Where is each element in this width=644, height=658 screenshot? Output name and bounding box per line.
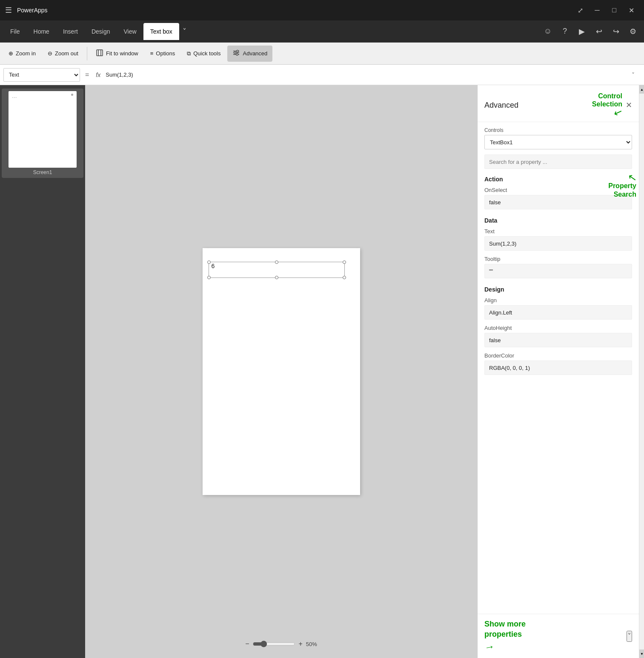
fit-to-window-button[interactable]: Fit to window [91, 46, 143, 62]
menu-design[interactable]: Design [85, 23, 117, 40]
handle-tc[interactable] [275, 260, 278, 264]
svg-point-4 [237, 50, 238, 52]
show-more-area: Show moreproperties → ˅ [478, 614, 639, 658]
window-controls: ⤢ ─ □ ✕ [572, 3, 639, 18]
advanced-panel-header: Advanced ControlSelection ↙ ✕ [478, 85, 639, 122]
svg-point-6 [236, 54, 238, 55]
menu-file[interactable]: File [3, 23, 27, 40]
screen-preview-1: ··· [9, 91, 77, 168]
advanced-panel-body: Controls TextBox1 ↖ PropertySearch [478, 122, 639, 614]
handle-bc[interactable] [275, 276, 278, 279]
control-selector[interactable]: Text [3, 68, 80, 82]
formula-input[interactable] [106, 68, 622, 82]
fit-to-window-icon [96, 49, 103, 58]
controls-label: Controls [484, 127, 632, 133]
scroll-up-button[interactable]: ▲ [639, 85, 644, 94]
zoom-out-button[interactable]: ⊖ Zoom out [43, 46, 83, 62]
zoom-out-label: Zoom out [55, 50, 78, 57]
search-section: ↖ PropertySearch [484, 154, 632, 176]
menu-insert[interactable]: Insert [56, 23, 85, 40]
zoom-increase-button[interactable]: + [298, 640, 302, 648]
screen-thumb-1[interactable]: ··· Screen1 [2, 89, 83, 178]
fit-to-window-label: Fit to window [106, 50, 138, 57]
toolbar-divider-1 [87, 47, 87, 60]
menu-textbox[interactable]: Text box [143, 23, 179, 40]
screen-label-1: Screen1 [33, 169, 52, 175]
text-prop-label: Text [484, 228, 632, 235]
canvas-page: 6 [203, 248, 360, 495]
autoheight-prop-label: AutoHeight [484, 325, 632, 331]
handle-bl[interactable] [207, 276, 211, 279]
undo-button[interactable]: ↩ [591, 24, 607, 39]
maximize-button[interactable]: □ [607, 3, 622, 18]
expand-button[interactable]: ⤢ [572, 3, 588, 18]
handle-tl[interactable] [207, 260, 211, 264]
menu-home[interactable]: Home [27, 23, 56, 40]
align-prop-value: Align.Left [484, 305, 632, 320]
emoji-button[interactable]: ☺ [540, 24, 555, 39]
autoheight-prop-value: false [484, 333, 632, 347]
menu-view[interactable]: View [117, 23, 143, 40]
menubar: File Home Insert Design View Text box ˅ … [0, 20, 644, 43]
options-icon: ≡ [150, 50, 154, 57]
menu-hamburger-icon[interactable]: ☰ [5, 6, 12, 15]
advanced-panel-title: Advanced [484, 101, 592, 110]
play-button[interactable]: ▶ [574, 24, 590, 39]
equals-sign: = [83, 71, 91, 79]
handle-tr[interactable] [343, 260, 346, 264]
control-dropdown[interactable]: TextBox1 [484, 135, 632, 149]
advanced-panel-wrapper: Advanced ControlSelection ↙ ✕ Controls T… [477, 85, 644, 658]
close-button[interactable]: ✕ [624, 3, 639, 18]
help-button[interactable]: ? [557, 24, 572, 39]
scroll-down-button[interactable]: ▼ [639, 649, 644, 658]
fx-label: fx [94, 72, 102, 78]
panel-scrollbar[interactable]: ▲ ▼ [639, 85, 644, 658]
align-prop-label: Align [484, 297, 632, 303]
advanced-close-button[interactable]: ✕ [626, 100, 632, 110]
text-prop-value: Sum(1,2,3) [484, 236, 632, 251]
data-section: Data Text Sum(1,2,3) Tooltip "" [484, 217, 632, 278]
property-search-input[interactable] [484, 154, 632, 169]
quick-tools-icon: ⧉ [187, 50, 191, 57]
advanced-icon [232, 49, 240, 58]
textbox-control[interactable]: 6 [209, 262, 345, 278]
main-layout: ··· Screen1 6 − + 50% [0, 85, 644, 658]
bordercolor-prop-label: BorderColor [484, 352, 632, 359]
show-more-label: Show moreproperties [484, 619, 526, 639]
titlebar: ☰ PowerApps ⤢ ─ □ ✕ [0, 0, 644, 20]
advanced-toolbar-button[interactable]: Advanced [227, 46, 272, 62]
controls-section: Controls TextBox1 [484, 127, 632, 154]
quick-tools-button[interactable]: ⧉ Quick tools [182, 46, 226, 62]
zoom-in-label: Zoom in [16, 50, 36, 57]
menu-overflow-chevron[interactable]: ˅ [179, 25, 190, 38]
show-more-chevron-button[interactable]: ˅ [627, 631, 632, 642]
formulabar: Text = fx ˅ [0, 65, 644, 85]
zoom-decrease-button[interactable]: − [245, 640, 249, 648]
tooltip-prop-value: "" [484, 264, 632, 278]
property-search-annotation-container: ↖ PropertySearch [608, 172, 636, 198]
zoom-in-icon: ⊕ [9, 50, 13, 57]
zoom-bar: − + 50% [245, 640, 317, 648]
zoom-out-icon: ⊖ [48, 50, 52, 57]
data-section-title: Data [484, 217, 632, 224]
options-label: Options [156, 50, 175, 57]
tooltip-prop-label: Tooltip [484, 256, 632, 262]
show-more-arrow: → [484, 640, 495, 654]
property-annotation-arrow: ↖ [627, 171, 638, 184]
quick-tools-label: Quick tools [193, 50, 220, 57]
canvas-area[interactable]: 6 − + 50% [85, 85, 477, 658]
user-settings-button[interactable]: ⚙ [625, 24, 641, 39]
show-more-content: Show moreproperties → [484, 619, 526, 653]
options-button[interactable]: ≡ Options [145, 46, 180, 62]
zoom-slider[interactable] [252, 641, 295, 647]
toolbar: ⊕ Zoom in ⊖ Zoom out Fit to window ≡ Opt… [0, 43, 644, 65]
menubar-right: ☺ ? ▶ ↩ ↪ ⚙ [540, 24, 641, 39]
app-title: PowerApps [17, 7, 572, 14]
redo-button[interactable]: ↪ [608, 24, 624, 39]
minimize-button[interactable]: ─ [590, 3, 605, 18]
formula-expand-button[interactable]: ˅ [625, 67, 641, 83]
property-search-annotation: PropertySearch [608, 182, 636, 198]
handle-br[interactable] [343, 276, 346, 279]
design-section-title: Design [484, 286, 632, 293]
zoom-in-button[interactable]: ⊕ Zoom in [3, 46, 41, 62]
